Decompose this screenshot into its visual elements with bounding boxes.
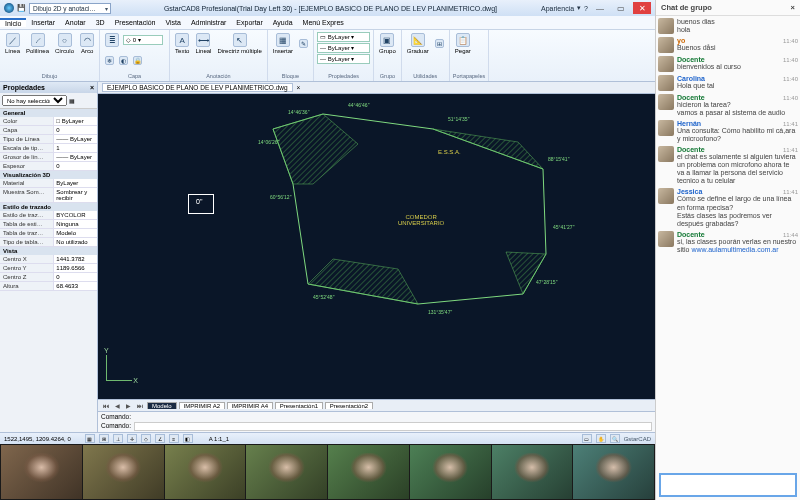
- participant-video[interactable]: [410, 445, 491, 499]
- chat-messages[interactable]: buenos diasholayo11:40Buenos dåsiDocente…: [656, 16, 800, 470]
- participant-video[interactable]: [246, 445, 327, 499]
- menu-tab-menú-expres[interactable]: Menú Expres: [298, 19, 349, 26]
- prop-row[interactable]: Tabla de traz…Modelo: [0, 229, 97, 238]
- properties-close-icon[interactable]: ×: [90, 84, 94, 91]
- menu-tab-presentación[interactable]: Presentación: [110, 19, 161, 26]
- measure-button[interactable]: 📐Graduar: [405, 32, 431, 55]
- prop-row[interactable]: MaterialByLayer: [0, 179, 97, 188]
- annot-lineal-button[interactable]: ⟷Lineal: [193, 32, 213, 55]
- model-paper-toggle[interactable]: ▭: [582, 434, 592, 443]
- annot-texto-button[interactable]: ATexto: [173, 32, 191, 55]
- osnap-toggle[interactable]: ◇: [141, 434, 151, 443]
- layer-combo[interactable]: ◇ 0 ▾: [123, 35, 163, 45]
- block-edit-icon[interactable]: ✎: [297, 38, 310, 49]
- grid-toggle[interactable]: ⊞: [99, 434, 109, 443]
- maximize-button[interactable]: ▭: [612, 2, 630, 14]
- props-filter-icon[interactable]: ▦: [69, 98, 75, 104]
- pan-icon[interactable]: ✋: [596, 434, 606, 443]
- prop-row[interactable]: Muestra Som…Sombrear y recibir: [0, 188, 97, 203]
- calc-icon[interactable]: ⊞: [433, 38, 446, 49]
- prop-row[interactable]: Tabla de esti…Ninguna: [0, 220, 97, 229]
- layout-tab[interactable]: IMPRIMIR A4: [227, 402, 273, 409]
- workspace-selector[interactable]: Dibujo 2D y anotaci…: [29, 3, 111, 14]
- tab-nav-prev-icon[interactable]: ◀: [113, 402, 122, 409]
- layout-tab[interactable]: Presentación1: [275, 402, 323, 409]
- layout-tab[interactable]: Presentación2: [325, 402, 373, 409]
- chat-input[interactable]: [659, 473, 797, 497]
- menu-tab-ayuda[interactable]: Ayuda: [268, 19, 298, 26]
- annot-directriz-múltiple-button[interactable]: ↖Directriz múltiple: [215, 32, 263, 55]
- layer-lock-icon[interactable]: 🔒: [131, 55, 144, 66]
- model-tab[interactable]: Modelo: [147, 402, 177, 409]
- prop-row[interactable]: Tipo de tabla…No utilizado: [0, 238, 97, 247]
- prop-row[interactable]: Tipo de Línea—— ByLayer: [0, 135, 97, 144]
- prop-group-general[interactable]: General: [0, 109, 97, 117]
- draw-arco-button[interactable]: ◠Arco: [78, 32, 96, 55]
- menu-tab-administrar[interactable]: Administrar: [186, 19, 231, 26]
- insert-block-button[interactable]: ▦Insertar: [271, 32, 295, 55]
- appearance-label[interactable]: Apariencia: [541, 5, 574, 12]
- linetype-combo[interactable]: — ByLayer ▾: [317, 43, 370, 53]
- layer-off-icon[interactable]: ◐: [117, 55, 130, 66]
- menu-tab-insertar[interactable]: Insertar: [26, 19, 60, 26]
- drawing-canvas[interactable]: 0" COMEDOR UNIVERSITARIO E.S.S.A. 14°46'…: [98, 94, 655, 399]
- prop-group-visualización-3d[interactable]: Visualización 3D: [0, 171, 97, 179]
- tab-close-icon[interactable]: ×: [297, 84, 301, 91]
- menu-tab-anotar[interactable]: Anotar: [60, 19, 91, 26]
- layout-tab[interactable]: IMPRIMIR A2: [179, 402, 225, 409]
- draw-círculo-button[interactable]: ○Círculo: [53, 32, 76, 55]
- lineweight-combo[interactable]: — ByLayer ▾: [317, 54, 370, 64]
- prop-row[interactable]: Escala de tip…1: [0, 144, 97, 153]
- menu-tab-exportar[interactable]: Exportar: [231, 19, 267, 26]
- minimize-button[interactable]: —: [591, 2, 609, 14]
- menu-tab-inicio[interactable]: Inicio: [0, 18, 26, 27]
- participant-video[interactable]: [1, 445, 82, 499]
- prop-row[interactable]: Centro Y1189.6566: [0, 264, 97, 273]
- document-tab[interactable]: EJEMPLO BASICO DE PLANO DE LEV PLANIMETR…: [102, 83, 293, 92]
- ribbon-group-layer: ≣ ◇ 0 ▾ ❄ ◐ 🔒 Capa: [100, 30, 170, 81]
- prop-row[interactable]: Centro Z0: [0, 273, 97, 282]
- command-input[interactable]: [134, 422, 652, 431]
- layer-props-button[interactable]: ≣: [103, 32, 121, 48]
- close-button[interactable]: ✕: [633, 2, 651, 14]
- tab-nav-last-icon[interactable]: ⏭: [135, 403, 145, 409]
- chat-text: bienvenidos al curso: [677, 63, 798, 71]
- prop-row[interactable]: Estilo de traz…BYCOLOR: [0, 211, 97, 220]
- participant-video[interactable]: [165, 445, 246, 499]
- dyn-toggle[interactable]: ◧: [183, 434, 193, 443]
- polar-toggle[interactable]: ✛: [127, 434, 137, 443]
- prop-row[interactable]: Color□ ByLayer: [0, 117, 97, 126]
- prop-group-vista[interactable]: Vista: [0, 247, 97, 255]
- help-icon[interactable]: ?: [584, 5, 588, 12]
- paste-button[interactable]: 📋Pegar: [453, 32, 473, 55]
- menu-tab-3d[interactable]: 3D: [91, 19, 110, 26]
- participant-video[interactable]: [83, 445, 164, 499]
- save-icon[interactable]: 💾: [17, 4, 26, 12]
- ribbon-group-annotation: ATexto⟷Lineal↖Directriz múltiple Anotaci…: [170, 30, 268, 81]
- participant-video[interactable]: [492, 445, 573, 499]
- lwt-toggle[interactable]: ≡: [169, 434, 179, 443]
- snap-toggle[interactable]: ▦: [85, 434, 95, 443]
- draw-polilínea-button[interactable]: ⟋Polilínea: [24, 32, 51, 55]
- prop-row[interactable]: Grosor de lín…—— ByLayer: [0, 153, 97, 162]
- participant-video[interactable]: [573, 445, 654, 499]
- prop-row[interactable]: Altura68.4633: [0, 282, 97, 291]
- tab-nav-first-icon[interactable]: ⏮: [101, 403, 111, 409]
- prop-row[interactable]: Espesor0: [0, 162, 97, 171]
- tab-nav-next-icon[interactable]: ▶: [124, 402, 133, 409]
- prop-group-estilo-de-trazado[interactable]: Estilo de trazado: [0, 203, 97, 211]
- participant-video[interactable]: [328, 445, 409, 499]
- prop-row[interactable]: Capa0: [0, 126, 97, 135]
- chat-close-icon[interactable]: ×: [791, 3, 795, 12]
- layer-iso-icon[interactable]: ❄: [103, 55, 116, 66]
- ortho-toggle[interactable]: ⊥: [113, 434, 123, 443]
- menu-tab-vista[interactable]: Vista: [161, 19, 186, 26]
- otrack-toggle[interactable]: ∠: [155, 434, 165, 443]
- prop-row[interactable]: Centro X1441.3782: [0, 255, 97, 264]
- anno-scale[interactable]: A 1:1_1: [209, 436, 229, 442]
- color-combo[interactable]: ▭ ByLayer ▾: [317, 32, 370, 42]
- group-button[interactable]: ▣Grupo: [377, 32, 398, 55]
- selection-combo[interactable]: No hay selección: [2, 95, 67, 106]
- zoom-icon[interactable]: 🔍: [610, 434, 620, 443]
- draw-línea-button[interactable]: ／Línea: [3, 32, 22, 55]
